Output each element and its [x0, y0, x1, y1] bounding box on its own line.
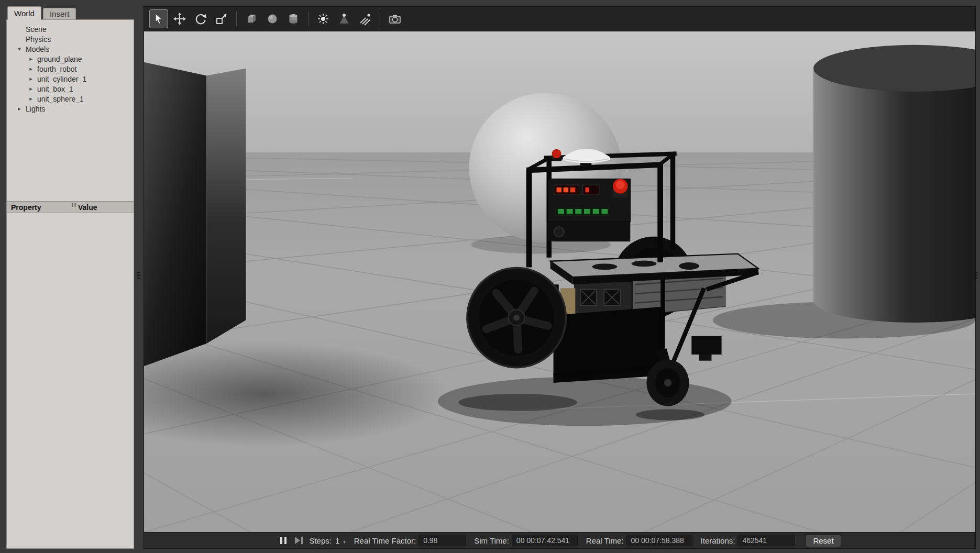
rtf-value-field: 0.98 — [419, 535, 466, 546]
wheel-shadow — [458, 394, 577, 411]
steps-value[interactable]: 1 — [335, 536, 339, 545]
sim-time-group: Sim Time: 00 00:07:42.541 — [474, 535, 578, 546]
toolbar-separator — [308, 12, 309, 26]
screenshot-camera-icon — [388, 12, 402, 26]
translate-tool-button[interactable] — [170, 9, 189, 28]
unit-cylinder-1-model[interactable] — [813, 45, 975, 323]
tab-insert[interactable]: Insert — [43, 8, 76, 20]
real-time-factor-group: Real Time Factor: 0.98 — [354, 535, 466, 546]
tree-item-fourth-robot[interactable]: ▸ fourth_robot — [7, 64, 134, 74]
steps-label: Steps: — [309, 536, 332, 545]
gazebo-window: World Insert Scene Physics ▾ Models ▸ gr… — [0, 0, 980, 553]
sphere-shape-icon — [266, 12, 279, 26]
tree-item-unit-sphere-1[interactable]: ▸ unit_sphere_1 — [7, 94, 134, 104]
world-panel: Scene Physics ▾ Models ▸ ground_plane ▸ … — [6, 19, 134, 549]
screenshot-button[interactable] — [386, 9, 404, 28]
sim-time-label: Sim Time: — [474, 536, 509, 545]
insert-point-light-button[interactable] — [314, 9, 333, 28]
scale-icon — [215, 12, 228, 26]
tree-item-unit-cylinder-1[interactable]: ▸ unit_cylinder_1 — [7, 74, 134, 84]
main-area: Steps: 1 ▾ Real Time Factor: 0.98 Sim Ti… — [144, 6, 976, 549]
property-column-header: Property — [11, 203, 41, 212]
tab-world[interactable]: World — [7, 6, 41, 20]
top-estop-button — [552, 149, 561, 161]
3d-scene — [144, 31, 975, 532]
cylinder-shape-icon — [287, 12, 300, 26]
step-forward-button[interactable] — [293, 535, 305, 546]
iterations-group: Iterations: 462541 — [701, 535, 796, 546]
expander-right-icon[interactable]: ▸ — [28, 56, 34, 62]
control-panel — [548, 179, 631, 242]
iterations-label: Iterations: — [701, 536, 735, 545]
directional-light-icon — [358, 12, 372, 26]
property-table-header: Property Value — [7, 201, 134, 213]
point-light-icon — [316, 12, 330, 26]
box-shape-icon — [245, 12, 258, 26]
rotate-icon — [194, 12, 207, 26]
insert-sphere-button[interactable] — [263, 9, 282, 28]
panel-tab-bar: World Insert — [6, 6, 134, 20]
3d-viewport[interactable] — [144, 31, 976, 532]
iterations-value-field: 462541 — [737, 535, 795, 546]
led-display-2 — [583, 185, 599, 195]
expander-right-icon[interactable]: ▸ — [28, 75, 34, 82]
tree-item-lights[interactable]: ▸ Lights — [7, 104, 134, 114]
insert-directional-light-button[interactable] — [356, 9, 375, 28]
spot-light-icon — [337, 12, 351, 26]
insert-box-button[interactable] — [242, 9, 261, 28]
insert-spot-light-button[interactable] — [335, 9, 354, 28]
pause-button[interactable] — [278, 535, 289, 546]
translate-icon — [173, 12, 186, 26]
value-column-header: Value — [78, 203, 97, 212]
panel-splitter-handle[interactable] — [137, 272, 140, 279]
left-panel: World Insert Scene Physics ▾ Models ▸ gr… — [6, 6, 134, 549]
expander-right-icon[interactable]: ▸ — [28, 65, 34, 72]
tree-item-ground-plane[interactable]: ▸ ground_plane — [7, 54, 134, 64]
tree-item-models[interactable]: ▾ Models — [7, 44, 134, 54]
sensor-box — [691, 336, 721, 355]
sim-time-value-field: 00 00:07:42.541 — [512, 535, 578, 546]
property-table-body[interactable] — [7, 213, 134, 548]
select-arrow-icon — [152, 12, 166, 26]
tree-item-physics[interactable]: Physics — [7, 34, 134, 44]
select-tool-button[interactable] — [149, 9, 168, 28]
real-time-group: Real Time: 00 00:07:58.388 — [586, 535, 692, 546]
rtf-label: Real Time Factor: — [354, 536, 416, 545]
world-tree: Scene Physics ▾ Models ▸ ground_plane ▸ … — [7, 20, 134, 201]
step-forward-icon — [295, 537, 300, 544]
expander-right-icon[interactable]: ▸ — [28, 85, 34, 92]
column-resize-grip[interactable] — [72, 203, 76, 207]
scale-tool-button[interactable] — [212, 9, 231, 28]
toolbar-separator — [380, 12, 380, 26]
render-toolbar — [144, 6, 976, 31]
tree-item-scene[interactable]: Scene — [7, 24, 134, 34]
real-time-label: Real Time: — [586, 536, 624, 545]
tree-item-unit-box-1[interactable]: ▸ unit_box_1 — [7, 84, 134, 94]
expander-down-icon[interactable]: ▾ — [16, 46, 23, 52]
toolbar-separator — [236, 12, 237, 26]
front-wheel — [467, 268, 566, 368]
unit-box-1-model[interactable] — [144, 62, 246, 367]
dropdown-arrow-icon[interactable]: ▾ — [343, 539, 346, 545]
expander-right-icon[interactable]: ▸ — [28, 95, 34, 102]
rotate-tool-button[interactable] — [191, 9, 210, 28]
insert-cylinder-button[interactable] — [284, 9, 303, 28]
caster-shadow — [636, 409, 704, 420]
real-time-value-field: 00 00:07:58.388 — [626, 535, 692, 546]
expander-right-icon[interactable]: ▸ — [16, 105, 23, 112]
simulation-statusbar: Steps: 1 ▾ Real Time Factor: 0.98 Sim Ti… — [144, 532, 976, 549]
reset-button[interactable]: Reset — [806, 534, 841, 547]
steps-control: Steps: 1 ▾ — [309, 536, 345, 545]
